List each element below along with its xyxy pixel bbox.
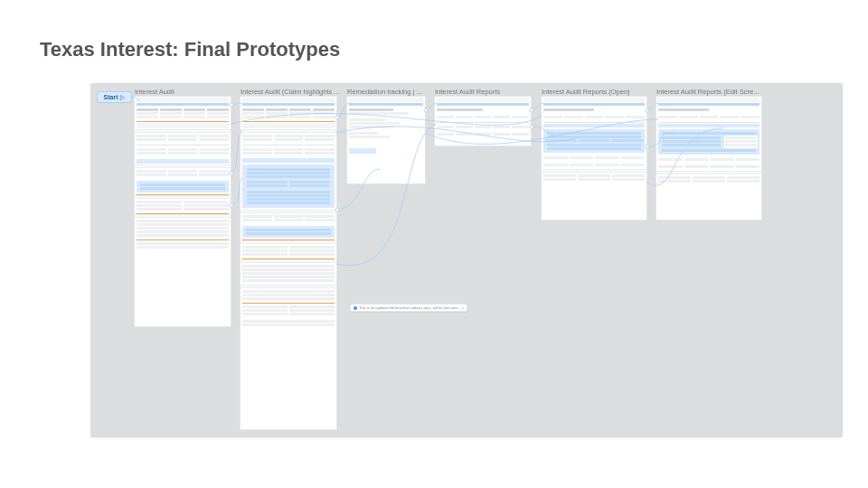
frame-interest-audit-reports-open[interactable]: Interest Audit Reports (Open) [541, 96, 647, 221]
frame-remediation-tracking[interactable]: Remediation tracking | ... [346, 96, 426, 184]
frame-title: Interest Audit (Claim highlights ... [241, 88, 340, 96]
comment-bubble[interactable]: This is an updated file based on today's… [350, 304, 467, 312]
start-prototype-button[interactable]: Start [97, 91, 132, 103]
frame-title: Remediation tracking | ... [347, 88, 422, 96]
frame-title: Interest Audit Reports (Open) [542, 88, 630, 96]
close-icon[interactable]: × [461, 305, 464, 311]
start-label: Start [104, 94, 118, 100]
frame-title: Interest Audit Reports [435, 88, 500, 96]
frame-interest-audit-claim-highlights[interactable]: Interest Audit (Claim highlights ... [240, 96, 337, 430]
comment-avatar-icon [354, 306, 357, 310]
frame-title: Interest Audit [135, 88, 175, 96]
page-title: Texas Interest: Final Prototypes [40, 38, 340, 61]
frame-interest-audit[interactable]: Interest Audit [134, 96, 231, 327]
play-icon [119, 95, 125, 100]
frame-title: Interest Audit Reports (Edit Scre... [656, 88, 759, 96]
comment-text: This is an updated file based on today's… [359, 305, 458, 310]
frame-interest-audit-reports-edit[interactable]: Interest Audit Reports (Edit Scre... [656, 96, 762, 221]
prototype-canvas[interactable]: Start Interest Audit Interest Audit (Cla… [90, 83, 843, 437]
frame-interest-audit-reports[interactable]: Interest Audit Reports [434, 96, 532, 146]
